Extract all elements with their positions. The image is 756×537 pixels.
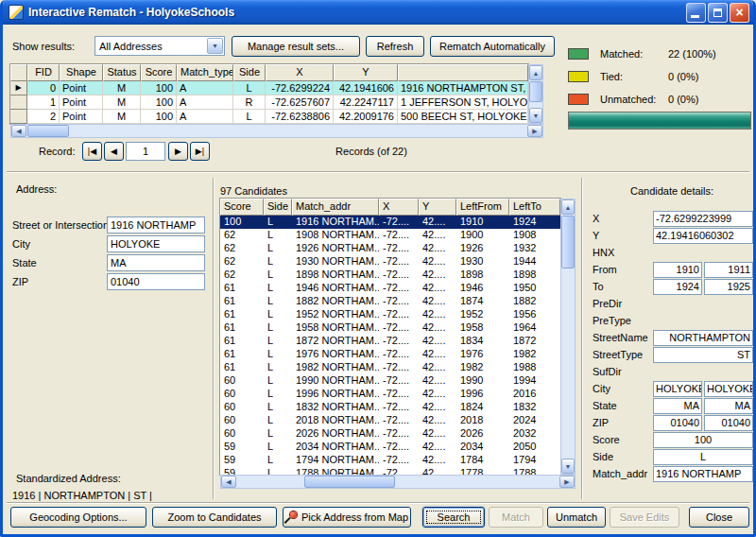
records-column-header[interactable]: Match_type [177, 64, 233, 81]
pick-address-from-map-button[interactable]: Pick Address from Map [283, 507, 411, 528]
close-button[interactable]: Close [689, 507, 749, 528]
records-column-header[interactable]: FID [27, 64, 60, 81]
scroll-right-icon[interactable]: ▶ [559, 476, 575, 488]
address-field-input[interactable]: HOLYOKE [107, 235, 205, 252]
records-column-header[interactable]: Score [141, 64, 177, 81]
candidate-row[interactable]: 61L1882 NORTHAM...-72....42....18741882 [220, 295, 560, 308]
scroll-left-icon[interactable]: ◀ [11, 125, 26, 137]
detail-value-box[interactable]: 42.19416060302 [653, 228, 753, 244]
unmatch-button[interactable]: Unmatch [547, 507, 606, 528]
candidate-row[interactable]: 61L1946 NORTHAM...-72....42....19461950 [220, 282, 560, 295]
scroll-down-icon[interactable]: ▼ [529, 108, 542, 123]
record-row[interactable]: 2PointM100AL-72.623880642.2009176500 BEE… [10, 110, 528, 124]
detail-value-box[interactable]: ST [653, 347, 753, 363]
detail-value-box[interactable]: 1924 [653, 279, 702, 295]
detail-value-box[interactable]: 1925 [704, 279, 753, 295]
detail-value-box[interactable]: 1916 NORTHAMP [653, 466, 753, 482]
candidate-row[interactable]: 60L2026 NORTHAM...-72....42....20262032 [220, 427, 560, 441]
candidates-hscrollbar[interactable]: ◀▶ [220, 475, 576, 489]
candidate-row[interactable]: 59L1788 NORTHAM...-72....42....17781788 [220, 467, 560, 475]
candidate-row[interactable]: 61L1976 NORTHAM...-72....42....19761982 [220, 348, 560, 361]
records-column-header[interactable]: Status [103, 64, 141, 81]
candidate-row[interactable]: 60L1990 NORTHAM...-72....42....19901994 [220, 374, 560, 388]
records-column-header[interactable]: Y [334, 64, 398, 81]
detail-value-box[interactable]: NORTHAMPTON [653, 330, 753, 346]
detail-value-box[interactable]: HOLYOKE [704, 381, 753, 397]
records-grid-vscrollbar[interactable]: ▲▼ [528, 64, 543, 124]
search-button[interactable]: Search [422, 507, 485, 528]
candidate-row[interactable]: 59L1794 NORTHAM...-72....42....17841794 [220, 454, 560, 467]
candidate-row[interactable]: 61L1952 NORTHAM...-72....42....19521956 [220, 308, 560, 321]
scrollbar-thumb[interactable] [561, 216, 575, 268]
candidate-row[interactable]: 61L1982 NORTHAM...-72....42....19821988 [220, 361, 560, 374]
detail-value-box[interactable]: 01040 [653, 415, 702, 431]
candidate-row[interactable]: 60L1996 NORTHAM...-72....42....19962016 [220, 388, 560, 401]
dropdown-arrow-icon[interactable]: ▼ [207, 38, 223, 54]
minimize-button[interactable] [686, 3, 706, 23]
titlebar[interactable]: Interactive Rematch - HolyokeSchools × [3, 0, 753, 25]
candidate-row[interactable]: 100L1916 NORTHAM...-72....42....19101924 [220, 216, 560, 229]
record-selector-cell[interactable] [10, 95, 27, 110]
candidates-column-header[interactable]: LeftFrom [456, 199, 509, 216]
address-field-input[interactable]: MA [107, 254, 205, 271]
show-results-dropdown[interactable]: All Addresses ▼ [94, 36, 225, 56]
address-field-input[interactable]: 1916 NORTHAMP [107, 217, 205, 234]
scrollbar-track[interactable] [529, 80, 542, 108]
records-grid-hscrollbar[interactable]: ◀▶ [10, 124, 543, 138]
candidates-vscrollbar[interactable]: ▲▼ [560, 199, 576, 475]
detail-value-box[interactable]: 1911 [704, 262, 753, 278]
scrollbar-track[interactable] [561, 215, 575, 459]
scroll-up-icon[interactable]: ▲ [561, 199, 575, 215]
titlebar-close-button[interactable]: × [730, 3, 749, 23]
scrollbar-thumb[interactable] [27, 125, 69, 137]
candidates-column-header[interactable]: X [379, 199, 419, 216]
scrollbar-track[interactable] [26, 125, 527, 137]
detail-value-box[interactable]: MA [704, 398, 753, 414]
maximize-button[interactable] [708, 3, 728, 23]
scrollbar-track[interactable] [236, 476, 559, 488]
records-column-header[interactable]: X [266, 64, 334, 81]
previous-record-button[interactable]: ◀ [104, 142, 124, 161]
record-selector-cell[interactable] [10, 110, 27, 124]
detail-value-box[interactable]: 100 [653, 432, 753, 448]
candidates-column-header[interactable]: LeftTo [509, 199, 560, 216]
candidate-row[interactable]: 62L1898 NORTHAM...-72....42....18981898 [220, 268, 560, 282]
detail-value-box[interactable]: 1910 [653, 262, 702, 278]
records-column-header[interactable]: Side [233, 64, 266, 81]
candidate-row[interactable]: 60L1832 NORTHAM...-72....42....18241832 [220, 401, 560, 414]
scroll-left-icon[interactable]: ◀ [221, 476, 236, 488]
candidate-row[interactable]: 62L1926 NORTHAM...-72....42....19261932 [220, 242, 560, 255]
detail-value-box[interactable]: MA [653, 398, 702, 414]
candidate-row[interactable]: 60L2018 NORTHAM...-72....42....20182024 [220, 414, 560, 427]
scrollbar-thumb[interactable] [304, 476, 395, 488]
candidate-row[interactable]: 62L1908 NORTHAM...-72....42....19001908 [220, 229, 560, 242]
record-row[interactable]: 1PointM100AR-72.625760742.22471171 JEFFE… [10, 95, 528, 110]
refresh-button[interactable]: Refresh [366, 36, 424, 57]
records-column-header[interactable]: Shape [60, 64, 103, 81]
candidate-row[interactable]: 61L1872 NORTHAM...-72....42....18341872 [220, 335, 560, 348]
detail-value-box[interactable]: HOLYOKE [653, 381, 702, 397]
detail-value-box[interactable]: L [653, 449, 753, 465]
zoom-to-candidates-button[interactable]: Zoom to Candidates [152, 507, 277, 528]
candidate-row[interactable]: 59L2034 NORTHAM...-72....42....20342050 [220, 441, 560, 454]
candidate-row[interactable]: 62L1930 NORTHAM...-72....42....19301944 [220, 255, 560, 268]
candidates-column-header[interactable]: Match_addr [292, 199, 379, 216]
record-selector-cell[interactable]: ▶ [10, 81, 27, 95]
scroll-up-icon[interactable]: ▲ [529, 65, 542, 80]
next-record-button[interactable]: ▶ [168, 142, 188, 161]
scrollbar-thumb[interactable] [529, 81, 542, 102]
record-number-input[interactable]: 1 [126, 142, 165, 161]
scroll-down-icon[interactable]: ▼ [561, 459, 575, 474]
first-record-button[interactable]: |◀ [82, 142, 102, 161]
records-column-header[interactable] [398, 64, 528, 81]
rematch-automatically-button[interactable]: Rematch Automatically [430, 36, 555, 57]
last-record-button[interactable]: ▶| [190, 142, 210, 161]
detail-value-box[interactable]: -72.6299223999 [653, 211, 753, 227]
manage-result-sets-button[interactable]: Manage result sets... [232, 36, 360, 57]
candidates-column-header[interactable]: Side [264, 199, 292, 216]
detail-value-box[interactable]: 01040 [704, 415, 753, 431]
record-row[interactable]: ▶0PointM100AL-72.629922442.19416061916 N… [10, 81, 528, 95]
address-field-input[interactable]: 01040 [107, 273, 205, 290]
candidates-column-header[interactable]: Y [419, 199, 456, 216]
scroll-right-icon[interactable]: ▶ [527, 125, 542, 137]
